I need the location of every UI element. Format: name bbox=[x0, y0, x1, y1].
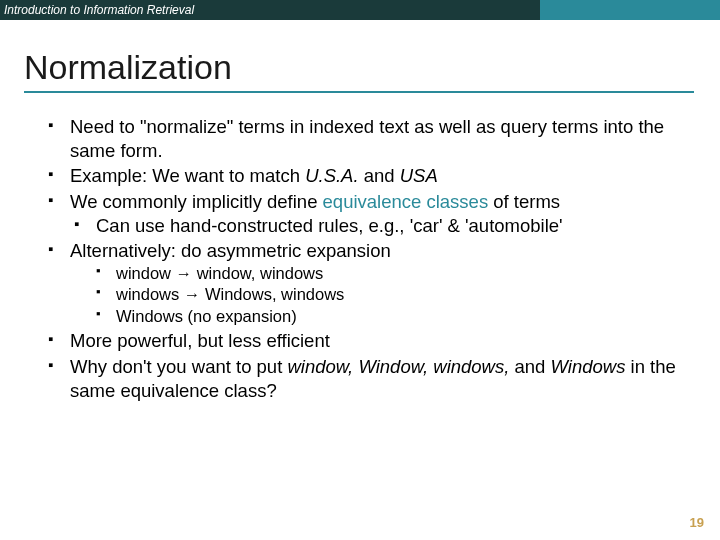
sub-sub-bullet-item: windows → Windows, windows bbox=[96, 284, 690, 305]
bullet-item: More powerful, but less efficient bbox=[48, 329, 690, 353]
bullet-text-italic: window, Window, windows, bbox=[287, 356, 509, 377]
bullet-text: windows → Windows, windows bbox=[116, 285, 344, 303]
content-area: Need to "normalize" terms in indexed tex… bbox=[48, 115, 690, 402]
title-underline bbox=[24, 91, 694, 93]
bullet-item: We commonly implicitly define equivalenc… bbox=[48, 190, 690, 237]
title-block: Normalization bbox=[24, 48, 720, 93]
bullet-text: More powerful, but less efficient bbox=[70, 330, 330, 351]
bullet-text: Alternatively: do asymmetric expansion bbox=[70, 240, 391, 261]
bullet-text: Need to "normalize" terms in indexed tex… bbox=[70, 116, 664, 161]
sub-bullet-list: Can use hand-constructed rules, e.g., 'c… bbox=[74, 214, 690, 238]
bullet-item: Example: We want to match U.S.A. and USA bbox=[48, 164, 690, 188]
bullet-item: Alternatively: do asymmetric expansion w… bbox=[48, 239, 690, 327]
slide-title: Normalization bbox=[24, 48, 720, 89]
header-bar: Introduction to Information Retrieval bbox=[0, 0, 720, 20]
bullet-text-italic: USA bbox=[400, 165, 438, 186]
page-number: 19 bbox=[690, 515, 704, 530]
bullet-item: Need to "normalize" terms in indexed tex… bbox=[48, 115, 690, 162]
sub-sub-bullet-item: Windows (no expansion) bbox=[96, 306, 690, 327]
sub-sub-bullet-list: window → window, windows windows → Windo… bbox=[96, 263, 690, 327]
bullet-item: Why don't you want to put window, Window… bbox=[48, 355, 690, 402]
bullet-text: and bbox=[359, 165, 400, 186]
bullet-text: Can use hand-constructed rules, e.g., 'c… bbox=[96, 215, 563, 236]
sub-sub-bullet-item: window → window, windows bbox=[96, 263, 690, 284]
sub-bullet-item: Can use hand-constructed rules, e.g., 'c… bbox=[74, 214, 690, 238]
bullet-text: Example: We want to match bbox=[70, 165, 305, 186]
header-course-title: Introduction to Information Retrieval bbox=[4, 3, 194, 17]
bullet-text: Windows (no expansion) bbox=[116, 307, 297, 325]
bullet-text: Why don't you want to put bbox=[70, 356, 287, 377]
bullet-text-italic: Windows bbox=[551, 356, 626, 377]
bullet-text: window → window, windows bbox=[116, 264, 323, 282]
bullet-text: of terms bbox=[488, 191, 560, 212]
bullet-text: and bbox=[509, 356, 550, 377]
bullet-list: Need to "normalize" terms in indexed tex… bbox=[48, 115, 690, 402]
bullet-text-highlight: equivalence classes bbox=[323, 191, 489, 212]
bullet-text-italic: U.S.A. bbox=[305, 165, 358, 186]
bullet-text: We commonly implicitly define bbox=[70, 191, 323, 212]
